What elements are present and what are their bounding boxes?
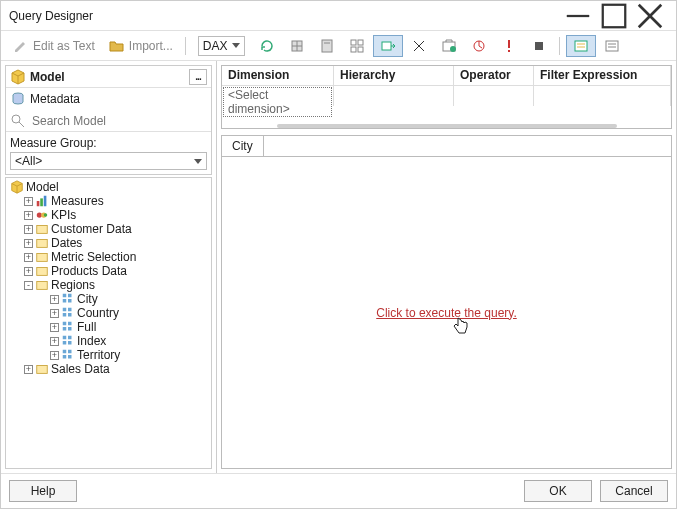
tree-item-index[interactable]: + Index bbox=[6, 334, 211, 348]
delete-button[interactable] bbox=[435, 35, 463, 57]
tree-item-label: Measures bbox=[51, 194, 104, 208]
expand-toggle[interactable]: + bbox=[50, 323, 59, 332]
svg-rect-10 bbox=[358, 40, 363, 45]
tree-item-customer-data[interactable]: + Customer Data bbox=[6, 222, 211, 236]
svg-rect-43 bbox=[68, 308, 72, 312]
svg-rect-36 bbox=[37, 268, 48, 276]
filter-header-operator: Operator bbox=[454, 66, 534, 86]
add-member-button[interactable] bbox=[283, 35, 311, 57]
command-type-value: DAX bbox=[203, 39, 228, 53]
edit-as-text-label: Edit as Text bbox=[33, 39, 95, 53]
ok-button[interactable]: OK bbox=[524, 480, 592, 502]
chevron-down-icon bbox=[194, 159, 202, 164]
collapse-toggle[interactable]: - bbox=[24, 281, 33, 290]
tree-item-label: Full bbox=[77, 320, 96, 334]
filter-header-expression: Filter Expression bbox=[534, 66, 671, 86]
edit-as-text-button[interactable]: Edit as Text bbox=[7, 35, 101, 57]
metadata-tab[interactable]: Metadata bbox=[6, 88, 211, 110]
dimension-icon bbox=[35, 264, 49, 278]
execute-query-link[interactable]: Click to execute the query. bbox=[376, 306, 517, 320]
execute-button[interactable] bbox=[465, 35, 493, 57]
attribute-icon bbox=[61, 320, 75, 334]
svg-rect-1 bbox=[603, 4, 626, 27]
expand-toggle[interactable]: + bbox=[24, 267, 33, 276]
close-button[interactable] bbox=[632, 4, 668, 28]
svg-rect-22 bbox=[575, 41, 587, 51]
tree-item-products-data[interactable]: + Products Data bbox=[6, 264, 211, 278]
svg-rect-29 bbox=[44, 196, 47, 207]
query-mode-button[interactable] bbox=[566, 35, 596, 57]
show-empty-cells-button[interactable] bbox=[343, 35, 371, 57]
expand-toggle[interactable]: + bbox=[24, 253, 33, 262]
tree-item-label: Territory bbox=[77, 348, 120, 362]
show-aggregations-button[interactable] bbox=[405, 35, 433, 57]
tree-item-kpis[interactable]: + KPIs bbox=[6, 208, 211, 222]
svg-rect-21 bbox=[535, 42, 543, 50]
tree-item-label: KPIs bbox=[51, 208, 76, 222]
refresh-fields-button[interactable] bbox=[253, 35, 281, 57]
metadata-icon bbox=[10, 91, 26, 107]
svg-rect-50 bbox=[63, 336, 67, 340]
svg-rect-19 bbox=[508, 40, 510, 48]
svg-rect-37 bbox=[37, 282, 48, 290]
minimize-button[interactable] bbox=[560, 4, 596, 28]
tree-item-country[interactable]: + Country bbox=[6, 306, 211, 320]
sigma-icon bbox=[411, 38, 427, 54]
tree-item-label: Index bbox=[77, 334, 106, 348]
expand-toggle[interactable]: + bbox=[24, 239, 33, 248]
svg-rect-55 bbox=[68, 350, 72, 354]
tree-item-dates[interactable]: + Dates bbox=[6, 236, 211, 250]
help-button[interactable]: Help bbox=[9, 480, 77, 502]
measures-icon bbox=[35, 194, 49, 208]
cancel-query-button[interactable] bbox=[495, 35, 523, 57]
expand-toggle[interactable]: + bbox=[50, 295, 59, 304]
results-tab-city[interactable]: City bbox=[221, 135, 264, 156]
tree-root[interactable]: Model bbox=[6, 180, 211, 194]
svg-rect-28 bbox=[40, 198, 43, 206]
model-options-button[interactable]: ... bbox=[189, 69, 207, 85]
model-tree[interactable]: Model + Measures + KPIs + Customer Data … bbox=[5, 177, 212, 469]
tree-item-label: City bbox=[77, 292, 98, 306]
expand-toggle[interactable]: + bbox=[50, 337, 59, 346]
calculated-member-button[interactable] bbox=[313, 35, 341, 57]
import-button[interactable]: Import... bbox=[103, 35, 179, 57]
measure-group-select[interactable]: <All> bbox=[10, 152, 207, 170]
svg-rect-48 bbox=[63, 327, 67, 331]
svg-point-17 bbox=[450, 46, 456, 52]
tree-item-measures[interactable]: + Measures bbox=[6, 194, 211, 208]
filter-hierarchy-cell[interactable] bbox=[334, 86, 454, 106]
svg-rect-41 bbox=[68, 299, 72, 303]
auto-execute-button[interactable] bbox=[373, 35, 403, 57]
tree-item-regions[interactable]: - Regions bbox=[6, 278, 211, 292]
expand-toggle[interactable]: + bbox=[24, 197, 33, 206]
maximize-button[interactable] bbox=[596, 4, 632, 28]
attribute-icon bbox=[61, 348, 75, 362]
tree-item-label: Regions bbox=[51, 278, 95, 292]
search-input[interactable] bbox=[30, 113, 207, 129]
expand-toggle[interactable]: + bbox=[24, 365, 33, 374]
expand-toggle[interactable]: + bbox=[50, 309, 59, 318]
execute-icon bbox=[471, 38, 487, 54]
expand-toggle[interactable]: + bbox=[50, 351, 59, 360]
design-mode-button[interactable] bbox=[525, 35, 553, 57]
svg-rect-53 bbox=[68, 341, 72, 345]
measure-group-value: <All> bbox=[15, 154, 42, 168]
tree-item-territory[interactable]: + Territory bbox=[6, 348, 211, 362]
parameters-button[interactable] bbox=[598, 35, 626, 57]
svg-rect-11 bbox=[351, 47, 356, 52]
svg-rect-35 bbox=[37, 254, 48, 262]
cancel-button[interactable]: Cancel bbox=[600, 480, 668, 502]
filter-operator-cell[interactable] bbox=[454, 86, 534, 106]
select-dimension-cell[interactable]: <Select dimension> bbox=[223, 87, 332, 117]
expand-toggle[interactable]: + bbox=[24, 225, 33, 234]
command-type-select[interactable]: DAX bbox=[198, 36, 245, 56]
expand-toggle[interactable]: + bbox=[24, 211, 33, 220]
attribute-icon bbox=[61, 334, 75, 348]
filter-expression-cell[interactable] bbox=[534, 86, 671, 106]
tree-item-full[interactable]: + Full bbox=[6, 320, 211, 334]
svg-rect-54 bbox=[63, 350, 67, 354]
tree-item-city[interactable]: + City bbox=[6, 292, 211, 306]
svg-rect-38 bbox=[63, 294, 67, 298]
tree-item-sales-data[interactable]: + Sales Data bbox=[6, 362, 211, 376]
tree-item-metric-selection[interactable]: + Metric Selection bbox=[6, 250, 211, 264]
